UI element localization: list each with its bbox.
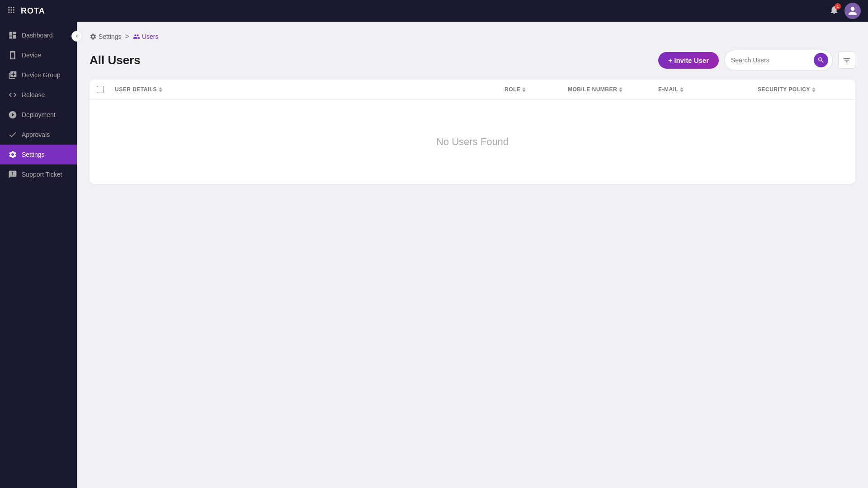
column-mobile-label: MOBILE NUMBER — [568, 86, 617, 93]
sort-up-icon — [522, 87, 526, 89]
sidebar-label-dashboard: Dashboard — [22, 32, 53, 39]
breadcrumb-users[interactable]: Users — [133, 33, 159, 40]
sidebar-item-device[interactable]: Device — [0, 45, 77, 65]
column-security-label: SECURITY POLICY — [758, 86, 810, 93]
sort-email-icon[interactable] — [680, 87, 684, 92]
page-title: All Users — [90, 53, 141, 67]
sidebar-item-device-group[interactable]: Device Group — [0, 65, 77, 85]
svg-rect-1 — [11, 7, 12, 8]
column-user-details-label: USER DETAILS — [115, 86, 157, 93]
column-email-label: E-MAIL — [658, 86, 678, 93]
search-input[interactable] — [731, 56, 810, 64]
sort-up-icon — [680, 87, 684, 89]
column-checkbox[interactable] — [97, 86, 115, 93]
sort-security-icon[interactable] — [812, 87, 816, 92]
filter-button[interactable] — [838, 52, 855, 69]
svg-rect-8 — [13, 12, 14, 13]
sidebar-label-device: Device — [22, 52, 41, 59]
support-ticket-icon — [8, 170, 17, 179]
breadcrumb-separator: > — [125, 33, 129, 41]
sidebar-label-device-group: Device Group — [22, 71, 61, 79]
approvals-icon — [8, 130, 17, 139]
column-mobile-number[interactable]: MOBILE NUMBER — [568, 86, 658, 93]
column-role[interactable]: ROLE — [505, 86, 568, 93]
column-role-label: ROLE — [505, 86, 520, 93]
sort-down-icon — [812, 90, 816, 92]
breadcrumb-users-label: Users — [142, 33, 159, 40]
sidebar-label-release: Release — [22, 91, 45, 99]
topbar-left: ROTA — [7, 6, 45, 16]
search-icon — [817, 56, 825, 64]
notification-bell[interactable]: 1 — [829, 5, 839, 17]
content-header: All Users + Invite User — [90, 50, 855, 70]
breadcrumb: Settings > Users — [90, 33, 855, 41]
sort-up-icon — [159, 87, 162, 89]
svg-rect-4 — [11, 9, 12, 11]
users-breadcrumb-icon — [133, 33, 140, 40]
breadcrumb-settings-label: Settings — [99, 33, 122, 40]
empty-state-message: No Users Found — [436, 136, 509, 147]
app-logo: ROTA — [21, 6, 45, 16]
search-button[interactable] — [814, 53, 828, 67]
sort-up-icon — [619, 87, 623, 89]
svg-rect-2 — [13, 7, 14, 8]
sort-down-icon — [159, 90, 162, 92]
sidebar-label-deployment: Deployment — [22, 111, 56, 118]
svg-rect-3 — [8, 9, 9, 11]
column-security-policy[interactable]: SECURITY POLICY — [758, 86, 848, 93]
sidebar-item-deployment[interactable]: Deployment — [0, 105, 77, 125]
sidebar-label-support-ticket: Support Ticket — [22, 171, 62, 178]
svg-rect-6 — [8, 12, 9, 13]
sidebar-item-approvals[interactable]: Approvals — [0, 125, 77, 145]
sidebar-item-support-ticket[interactable]: Support Ticket — [0, 164, 77, 184]
column-user-details[interactable]: USER DETAILS — [115, 86, 505, 93]
sort-role-icon[interactable] — [522, 87, 526, 92]
layout: Dashboard Device Device Group Release De… — [0, 22, 868, 488]
sort-down-icon — [522, 90, 526, 92]
grid-icon[interactable] — [7, 6, 15, 16]
sidebar-collapse-button[interactable] — [71, 31, 82, 42]
device-group-icon — [8, 70, 17, 80]
sidebar-item-settings[interactable]: Settings — [0, 145, 77, 164]
user-avatar[interactable] — [844, 3, 861, 19]
sort-down-icon — [680, 90, 684, 92]
table-header: USER DETAILS ROLE MOBILE NUMBER — [90, 80, 855, 100]
sidebar-label-settings: Settings — [22, 151, 45, 158]
notification-badge: 1 — [835, 3, 841, 9]
svg-rect-0 — [8, 7, 9, 8]
breadcrumb-settings[interactable]: Settings — [90, 33, 122, 40]
sort-user-details-icon[interactable] — [159, 87, 162, 92]
release-icon — [8, 90, 17, 99]
sidebar-label-approvals: Approvals — [22, 131, 50, 138]
settings-icon — [8, 150, 17, 159]
users-table: USER DETAILS ROLE MOBILE NUMBER — [90, 80, 855, 184]
topbar: ROTA 1 — [0, 0, 868, 22]
empty-state: No Users Found — [90, 100, 855, 184]
deployment-icon — [8, 110, 17, 119]
main-content: Settings > Users All Users + Invite User — [77, 22, 868, 488]
svg-rect-5 — [13, 9, 14, 11]
sidebar-item-dashboard[interactable]: Dashboard — [0, 25, 77, 45]
svg-rect-7 — [11, 12, 12, 13]
settings-breadcrumb-icon — [90, 33, 97, 40]
column-email[interactable]: E-MAIL — [658, 86, 758, 93]
filter-icon — [842, 56, 851, 65]
sidebar-item-release[interactable]: Release — [0, 85, 77, 105]
sort-up-icon — [812, 87, 816, 89]
device-icon — [8, 51, 17, 60]
select-all-checkbox[interactable] — [97, 86, 104, 93]
invite-user-button[interactable]: + Invite User — [658, 52, 719, 69]
header-actions: + Invite User — [658, 50, 855, 70]
sidebar: Dashboard Device Device Group Release De… — [0, 22, 77, 488]
topbar-right: 1 — [829, 3, 861, 19]
sort-down-icon — [619, 90, 623, 92]
dashboard-icon — [8, 31, 17, 40]
sort-mobile-icon[interactable] — [619, 87, 623, 92]
search-box — [724, 50, 833, 70]
